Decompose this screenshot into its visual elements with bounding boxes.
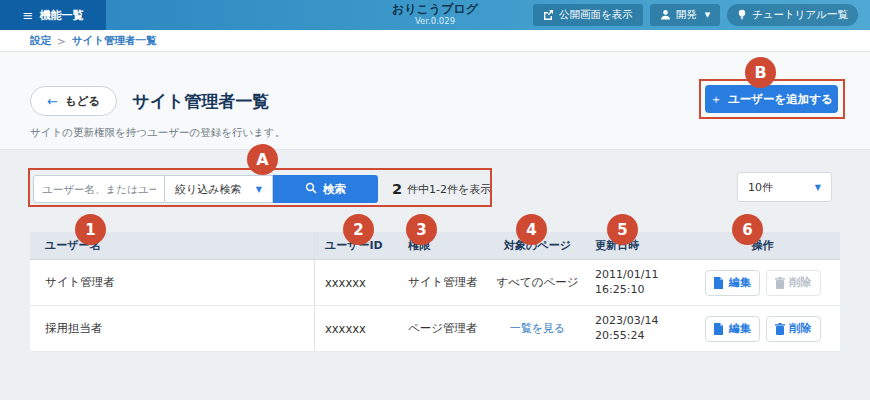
- view-pages-link[interactable]: 一覧を見る: [510, 322, 566, 335]
- col-header-userid: ユーザーID: [315, 238, 400, 253]
- cell-role: ページ管理者: [400, 321, 490, 336]
- dev-user-label: 開発: [676, 8, 697, 22]
- add-user-label: ユーザーを追加する: [728, 92, 833, 107]
- page-subtitle: サイトの更新権限を持つユーザーの登録を行います。: [30, 126, 285, 140]
- delete-button-disabled[interactable]: 削除: [766, 270, 821, 296]
- updated-time: 16:25:10: [595, 283, 685, 298]
- col-header-actions: 操作: [685, 238, 840, 253]
- user-icon: [660, 9, 671, 22]
- cell-actions: 編集 削除: [685, 270, 840, 296]
- plus-icon: ＋: [710, 91, 722, 108]
- updated-time: 20:55:24: [595, 329, 685, 344]
- edit-button-label: 編集: [729, 321, 751, 336]
- page-title: サイト管理者一覧: [132, 90, 269, 113]
- per-page-dropdown[interactable]: 10件 ▼: [737, 172, 832, 202]
- cell-username: 採用担当者: [30, 306, 315, 351]
- breadcrumb: 設定 > サイト管理者一覧: [0, 30, 870, 52]
- table-row: サイト管理者 xxxxxx サイト管理者 すべてのページ 2011/01/11 …: [30, 260, 840, 306]
- edit-button[interactable]: 編集: [705, 316, 760, 342]
- trash-icon: [775, 277, 785, 289]
- chevron-down-icon: ▼: [256, 185, 262, 194]
- search-group: 絞り込み検索 ▼ 検索: [33, 175, 378, 203]
- updated-date: 2011/01/11: [595, 268, 685, 283]
- edit-button[interactable]: 編集: [705, 270, 760, 296]
- admin-user-table: ユーザー名 ユーザーID 権限 対象のページ 更新日時 操作 サイト管理者 xx…: [30, 232, 840, 352]
- back-arrow-icon: ←: [47, 94, 58, 109]
- edit-document-icon: [713, 323, 724, 335]
- tutorial-list-label: チュートリアル一覧: [752, 8, 848, 22]
- cell-actions: 編集 削除: [685, 316, 840, 342]
- breadcrumb-separator: >: [57, 35, 66, 47]
- col-header-target-pages: 対象のページ: [490, 238, 585, 253]
- cell-target-pages: 一覧を見る: [490, 321, 585, 336]
- trash-icon: [775, 323, 785, 335]
- title-row: ← もどる サイト管理者一覧: [30, 86, 269, 116]
- edit-document-icon: [713, 277, 724, 289]
- delete-button[interactable]: 削除: [766, 316, 821, 342]
- topbar-actions: 公開画面を表示 開発 ▼ チュートリアル一覧: [533, 4, 858, 26]
- lightbulb-icon: [737, 9, 747, 22]
- cell-userid: xxxxxx: [315, 276, 400, 290]
- feature-menu-button[interactable]: ≡ 機能一覧: [0, 0, 106, 30]
- edit-button-label: 編集: [729, 275, 751, 290]
- tutorial-list-button[interactable]: チュートリアル一覧: [727, 4, 858, 26]
- delete-button-label: 削除: [790, 275, 812, 290]
- delete-button-label: 削除: [790, 321, 812, 336]
- feature-menu-label: 機能一覧: [39, 8, 83, 23]
- search-icon: [305, 182, 317, 197]
- col-header-username: ユーザー名: [30, 232, 315, 259]
- chevron-down-icon: ▼: [815, 183, 821, 192]
- per-page-value: 10件: [748, 180, 773, 195]
- hamburger-icon: ≡: [23, 8, 34, 23]
- result-count-value: 2: [392, 181, 402, 197]
- app-window: ≡ 機能一覧 おりこうブログ Ver.0.029 公開画面を表示 開発 ▼: [0, 0, 870, 400]
- result-count: 2 件中1-2件を表示: [392, 175, 491, 203]
- preview-site-label: 公開画面を表示: [559, 8, 633, 22]
- filter-dropdown-value: 絞り込み検索: [175, 182, 242, 197]
- cell-username: サイト管理者: [30, 260, 315, 305]
- back-button[interactable]: ← もどる: [30, 86, 117, 116]
- cell-updated: 2011/01/11 16:25:10: [585, 268, 685, 298]
- preview-site-button[interactable]: 公開画面を表示: [533, 4, 643, 26]
- cell-target-pages: すべてのページ: [490, 275, 585, 290]
- table-row: 採用担当者 xxxxxx ページ管理者 一覧を見る 2023/03/14 20:…: [30, 306, 840, 352]
- breadcrumb-settings[interactable]: 設定: [30, 34, 51, 48]
- col-header-role: 権限: [400, 238, 490, 253]
- breadcrumb-current[interactable]: サイト管理者一覧: [72, 34, 157, 48]
- result-count-suffix: 件中1-2件を表示: [407, 182, 491, 197]
- filter-dropdown[interactable]: 絞り込み検索 ▼: [165, 175, 273, 203]
- back-button-label: もどる: [65, 94, 100, 109]
- search-button[interactable]: 検索: [273, 175, 378, 203]
- cell-role: サイト管理者: [400, 275, 490, 290]
- table-header-row: ユーザー名 ユーザーID 権限 対象のページ 更新日時 操作: [30, 232, 840, 260]
- search-button-label: 検索: [323, 182, 346, 197]
- top-bar: ≡ 機能一覧 おりこうブログ Ver.0.029 公開画面を表示 開発 ▼: [0, 0, 870, 30]
- col-header-updated: 更新日時: [585, 238, 685, 253]
- cell-updated: 2023/03/14 20:55:24: [585, 314, 685, 344]
- chevron-down-icon: ▼: [705, 11, 710, 19]
- add-user-button[interactable]: ＋ ユーザーを追加する: [705, 85, 838, 113]
- external-link-icon: [543, 9, 554, 22]
- updated-date: 2023/03/14: [595, 314, 685, 329]
- search-input[interactable]: [33, 175, 165, 203]
- dev-user-menu[interactable]: 開発 ▼: [650, 4, 720, 26]
- cell-userid: xxxxxx: [315, 322, 400, 336]
